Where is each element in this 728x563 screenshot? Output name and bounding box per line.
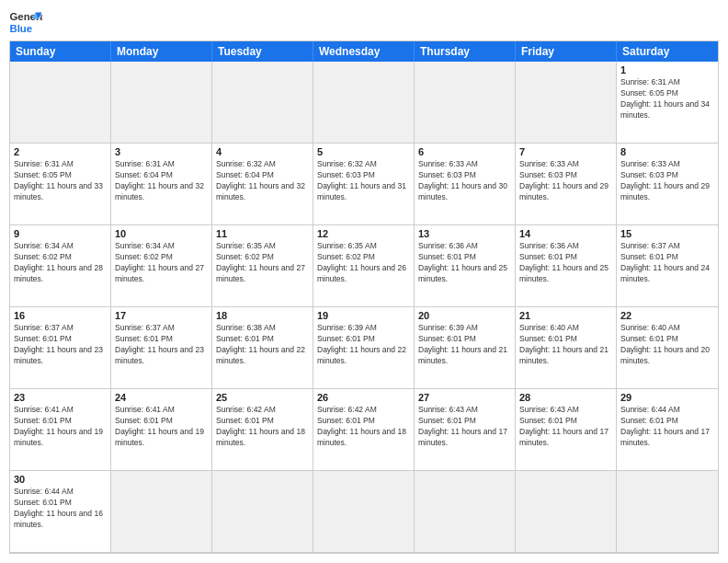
cell-date: 7: [519, 146, 612, 157]
cell-info: Sunrise: 6:37 AM Sunset: 6:01 PM Dayligh…: [620, 241, 714, 285]
cell-date: 10: [115, 228, 208, 239]
calendar-cell: 26Sunrise: 6:42 AM Sunset: 6:01 PM Dayli…: [313, 389, 415, 471]
cell-date: 2: [14, 146, 107, 157]
cell-info: Sunrise: 6:43 AM Sunset: 6:01 PM Dayligh…: [519, 405, 612, 449]
cell-date: 19: [317, 310, 410, 321]
cell-date: 8: [620, 146, 714, 157]
cell-info: Sunrise: 6:43 AM Sunset: 6:01 PM Dayligh…: [418, 405, 511, 449]
calendar-cell: [10, 62, 111, 144]
cell-info: Sunrise: 6:39 AM Sunset: 6:01 PM Dayligh…: [317, 323, 410, 367]
cell-date: 14: [519, 228, 612, 239]
cell-info: Sunrise: 6:34 AM Sunset: 6:02 PM Dayligh…: [14, 241, 107, 285]
calendar-cell: 13Sunrise: 6:36 AM Sunset: 6:01 PM Dayli…: [415, 225, 516, 307]
calendar-cell: [415, 471, 516, 553]
cell-date: 4: [216, 146, 309, 157]
day-header-sunday: Sunday: [10, 41, 111, 62]
cell-date: 16: [14, 310, 107, 321]
calendar-cell: 25Sunrise: 6:42 AM Sunset: 6:01 PM Dayli…: [212, 389, 313, 471]
cell-info: Sunrise: 6:32 AM Sunset: 6:03 PM Dayligh…: [317, 159, 410, 203]
cell-info: Sunrise: 6:33 AM Sunset: 6:03 PM Dayligh…: [418, 159, 511, 203]
calendar-cell: 8Sunrise: 6:33 AM Sunset: 6:03 PM Daylig…: [617, 144, 718, 225]
calendar-cell: 14Sunrise: 6:36 AM Sunset: 6:01 PM Dayli…: [516, 225, 617, 307]
cell-date: 23: [14, 392, 107, 403]
cell-info: Sunrise: 6:33 AM Sunset: 6:03 PM Dayligh…: [519, 159, 612, 203]
calendar-cell: 10Sunrise: 6:34 AM Sunset: 6:02 PM Dayli…: [111, 225, 212, 307]
cell-date: 1: [620, 64, 714, 75]
header: General Blue: [9, 9, 719, 35]
cell-info: Sunrise: 6:31 AM Sunset: 6:05 PM Dayligh…: [620, 77, 714, 121]
calendar-cell: 5Sunrise: 6:32 AM Sunset: 6:03 PM Daylig…: [313, 144, 415, 225]
cell-info: Sunrise: 6:44 AM Sunset: 6:01 PM Dayligh…: [620, 405, 714, 449]
svg-text:Blue: Blue: [10, 23, 33, 34]
logo-icon: General Blue: [9, 9, 42, 35]
cell-info: Sunrise: 6:32 AM Sunset: 6:04 PM Dayligh…: [216, 159, 309, 203]
cell-info: Sunrise: 6:44 AM Sunset: 6:01 PM Dayligh…: [14, 487, 107, 531]
calendar-cell: 6Sunrise: 6:33 AM Sunset: 6:03 PM Daylig…: [415, 144, 516, 225]
calendar-cell: 30Sunrise: 6:44 AM Sunset: 6:01 PM Dayli…: [10, 471, 111, 553]
calendar-cell: 21Sunrise: 6:40 AM Sunset: 6:01 PM Dayli…: [516, 307, 617, 389]
calendar-grid: 1Sunrise: 6:31 AM Sunset: 6:05 PM Daylig…: [10, 62, 718, 553]
calendar-cell: 29Sunrise: 6:44 AM Sunset: 6:01 PM Dayli…: [617, 389, 718, 471]
calendar-cell: 24Sunrise: 6:41 AM Sunset: 6:01 PM Dayli…: [111, 389, 212, 471]
cell-date: 22: [620, 310, 714, 321]
calendar-cell: 3Sunrise: 6:31 AM Sunset: 6:04 PM Daylig…: [111, 144, 212, 225]
calendar-cell: [516, 471, 617, 553]
cell-date: 20: [418, 310, 511, 321]
calendar-cell: 16Sunrise: 6:37 AM Sunset: 6:01 PM Dayli…: [10, 307, 111, 389]
calendar-cell: 18Sunrise: 6:38 AM Sunset: 6:01 PM Dayli…: [212, 307, 313, 389]
cell-info: Sunrise: 6:37 AM Sunset: 6:01 PM Dayligh…: [115, 323, 208, 367]
cell-date: 6: [418, 146, 511, 157]
cell-date: 30: [14, 474, 107, 485]
calendar-cell: [617, 471, 718, 553]
day-header-wednesday: Wednesday: [313, 41, 415, 62]
calendar-cell: 2Sunrise: 6:31 AM Sunset: 6:05 PM Daylig…: [10, 144, 111, 225]
cell-date: 15: [620, 228, 714, 239]
calendar-cell: 27Sunrise: 6:43 AM Sunset: 6:01 PM Dayli…: [415, 389, 516, 471]
cell-date: 26: [317, 392, 410, 403]
cell-info: Sunrise: 6:40 AM Sunset: 6:01 PM Dayligh…: [620, 323, 714, 367]
calendar-cell: 9Sunrise: 6:34 AM Sunset: 6:02 PM Daylig…: [10, 225, 111, 307]
calendar-cell: [415, 62, 516, 144]
cell-info: Sunrise: 6:34 AM Sunset: 6:02 PM Dayligh…: [115, 241, 208, 285]
calendar-cell: 19Sunrise: 6:39 AM Sunset: 6:01 PM Dayli…: [313, 307, 415, 389]
calendar-cell: 22Sunrise: 6:40 AM Sunset: 6:01 PM Dayli…: [617, 307, 718, 389]
cell-info: Sunrise: 6:31 AM Sunset: 6:05 PM Dayligh…: [14, 159, 107, 203]
cell-info: Sunrise: 6:41 AM Sunset: 6:01 PM Dayligh…: [115, 405, 208, 449]
calendar-cell: 1Sunrise: 6:31 AM Sunset: 6:05 PM Daylig…: [617, 62, 718, 144]
cell-date: 27: [418, 392, 511, 403]
cell-date: 18: [216, 310, 309, 321]
cell-date: 3: [115, 146, 208, 157]
day-header-tuesday: Tuesday: [212, 41, 313, 62]
cell-date: 24: [115, 392, 208, 403]
cell-info: Sunrise: 6:42 AM Sunset: 6:01 PM Dayligh…: [317, 405, 410, 449]
cell-date: 17: [115, 310, 208, 321]
day-header-saturday: Saturday: [617, 41, 718, 62]
cell-date: 5: [317, 146, 410, 157]
calendar-cell: 15Sunrise: 6:37 AM Sunset: 6:01 PM Dayli…: [617, 225, 718, 307]
cell-date: 28: [519, 392, 612, 403]
calendar-cell: [313, 62, 415, 144]
calendar: SundayMondayTuesdayWednesdayThursdayFrid…: [9, 40, 719, 554]
calendar-cell: 28Sunrise: 6:43 AM Sunset: 6:01 PM Dayli…: [516, 389, 617, 471]
cell-date: 29: [620, 392, 714, 403]
cell-date: 25: [216, 392, 309, 403]
cell-date: 9: [14, 228, 107, 239]
calendar-cell: [111, 62, 212, 144]
cell-info: Sunrise: 6:41 AM Sunset: 6:01 PM Dayligh…: [14, 405, 107, 449]
calendar-cell: [111, 471, 212, 553]
cell-info: Sunrise: 6:35 AM Sunset: 6:02 PM Dayligh…: [216, 241, 309, 285]
calendar-cell: [516, 62, 617, 144]
calendar-cell: 7Sunrise: 6:33 AM Sunset: 6:03 PM Daylig…: [516, 144, 617, 225]
cell-info: Sunrise: 6:35 AM Sunset: 6:02 PM Dayligh…: [317, 241, 410, 285]
calendar-cell: 23Sunrise: 6:41 AM Sunset: 6:01 PM Dayli…: [10, 389, 111, 471]
calendar-cell: [313, 471, 415, 553]
cell-info: Sunrise: 6:33 AM Sunset: 6:03 PM Dayligh…: [620, 159, 714, 203]
cell-info: Sunrise: 6:37 AM Sunset: 6:01 PM Dayligh…: [14, 323, 107, 367]
calendar-cell: 11Sunrise: 6:35 AM Sunset: 6:02 PM Dayli…: [212, 225, 313, 307]
page: General Blue SundayMondayTuesdayWednesda…: [0, 0, 728, 563]
calendar-cell: [212, 471, 313, 553]
day-headers: SundayMondayTuesdayWednesdayThursdayFrid…: [10, 41, 718, 62]
calendar-cell: [212, 62, 313, 144]
calendar-cell: 4Sunrise: 6:32 AM Sunset: 6:04 PM Daylig…: [212, 144, 313, 225]
cell-info: Sunrise: 6:31 AM Sunset: 6:04 PM Dayligh…: [115, 159, 208, 203]
